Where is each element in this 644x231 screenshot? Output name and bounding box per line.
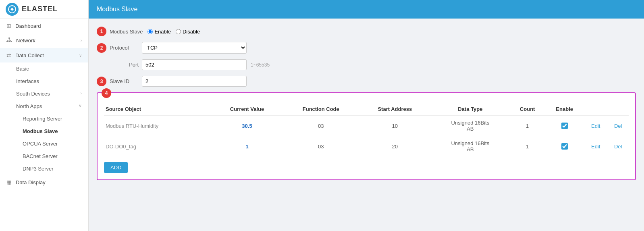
sidebar-label-dashboard: Dashboard <box>15 23 41 29</box>
enable-checkbox-2[interactable] <box>561 143 568 150</box>
sidebar-subitem-dnp3-server[interactable]: DNP3 Server <box>0 162 88 175</box>
sidebar-subitem-south-devices[interactable]: South Devices › <box>0 87 88 100</box>
count-2: 1 <box>510 136 545 157</box>
count-1: 1 <box>510 116 545 136</box>
col-data-type: Data Type <box>431 103 510 116</box>
function-code-2: 03 <box>283 136 359 157</box>
current-value-1[interactable]: 30.5 <box>211 116 283 136</box>
sidebar-label-network: Network <box>16 37 35 44</box>
table-section: 4 Source Object Current Value Function C… <box>97 92 636 180</box>
slave-id-label: Slave ID <box>110 78 142 84</box>
data-display-icon: ▦ <box>6 179 12 185</box>
col-count: Count <box>510 103 545 116</box>
protocol-label: Protocol <box>110 45 142 51</box>
enable-label: Enable <box>154 29 170 35</box>
page-title: Modbus Slave <box>97 6 137 13</box>
col-actions-1 <box>584 103 607 116</box>
source-object-2: DO-DO0_tag <box>104 136 211 157</box>
slave-id-input[interactable] <box>142 76 247 87</box>
start-address-1: 10 <box>359 116 431 136</box>
sidebar-subitem-reporting-server[interactable]: Reporting Server <box>0 112 88 125</box>
slave-id-row: 3 Slave ID <box>97 76 636 87</box>
svg-rect-2 <box>6 41 8 42</box>
col-start-address: Start Address <box>359 103 431 116</box>
table-row: DO-DO0_tag 1 03 20 Unsigned 16Bits AB 1 … <box>104 136 629 157</box>
logo-text: ELASTEL <box>22 5 58 13</box>
del-btn-1[interactable]: Del <box>607 116 629 136</box>
disable-label: Disable <box>183 29 200 35</box>
protocol-row: 2 Protocol TCP RTU ASCII <box>97 42 636 54</box>
sidebar: ELASTEL ⊞ Dashboard Network › <box>0 0 89 231</box>
sidebar-subitem-bacnet-server[interactable]: BACnet Server <box>0 150 88 162</box>
svg-line-8 <box>9 40 11 41</box>
enable-1 <box>545 116 584 136</box>
col-actions-2 <box>607 103 629 116</box>
port-row: Port 1~65535 <box>97 59 636 70</box>
step1-badge: 1 <box>97 27 106 36</box>
north-apps-submenu: Reporting Server Modbus Slave OPCUA Serv… <box>0 112 88 175</box>
current-value-2[interactable]: 1 <box>211 136 283 157</box>
enable-radio[interactable] <box>147 29 153 34</box>
col-enable: Enable <box>545 103 584 116</box>
sidebar-subitem-basic[interactable]: Basic <box>0 62 88 75</box>
protocol-select[interactable]: TCP RTU ASCII <box>142 42 247 54</box>
step3-badge: 3 <box>97 77 106 86</box>
svg-rect-4 <box>10 41 12 42</box>
svg-rect-3 <box>8 41 10 42</box>
edit-btn-1[interactable]: Edit <box>584 116 607 136</box>
data-collect-icon: ⇄ <box>6 52 11 58</box>
col-function-code: Function Code <box>283 103 359 116</box>
col-source-object: Source Object <box>104 103 211 116</box>
logo-icon <box>6 3 19 16</box>
data-type-1: Unsigned 16Bits AB <box>431 116 510 136</box>
sidebar-item-network[interactable]: Network › <box>0 33 88 48</box>
data-collect-chevron: ∨ <box>79 53 82 58</box>
sidebar-label-data-collect: Data Collect <box>15 52 44 58</box>
enable-radio-label[interactable]: Enable <box>147 29 170 35</box>
dashboard-icon: ⊞ <box>6 23 11 29</box>
port-input[interactable] <box>142 59 247 70</box>
disable-radio-label[interactable]: Disable <box>176 29 200 35</box>
sidebar-subitem-modbus-slave[interactable]: Modbus Slave <box>0 125 88 137</box>
sidebar-item-dashboard[interactable]: ⊞ Dashboard <box>0 19 88 33</box>
svg-rect-1 <box>8 37 10 39</box>
sidebar-subitem-interfaces[interactable]: Interfaces <box>0 75 88 87</box>
port-hint: 1~65535 <box>251 62 270 68</box>
port-label: Port <box>110 62 142 68</box>
step2-badge: 2 <box>97 43 106 53</box>
sidebar-item-data-display[interactable]: ▦ Data Display <box>0 175 88 189</box>
col-current-value: Current Value <box>211 103 283 116</box>
edit-btn-2[interactable]: Edit <box>584 136 607 157</box>
svg-line-6 <box>7 40 9 41</box>
page-header: Modbus Slave <box>89 0 644 19</box>
add-button[interactable]: ADD <box>104 162 128 173</box>
modbus-slave-row: 1 Modbus Slave Enable Disable <box>97 27 636 36</box>
data-table: Source Object Current Value Function Cod… <box>104 103 629 156</box>
sidebar-subitem-opcua-server[interactable]: OPCUA Server <box>0 137 88 150</box>
enable-2 <box>545 136 584 157</box>
network-icon <box>6 37 12 44</box>
sidebar-subitem-north-apps[interactable]: North Apps ∨ <box>0 100 88 112</box>
table-row: Modbus RTU-Humidity 30.5 03 10 Unsigned … <box>104 116 629 136</box>
start-address-2: 20 <box>359 136 431 157</box>
data-collect-submenu: Basic Interfaces South Devices › North A… <box>0 62 88 175</box>
sidebar-item-data-collect[interactable]: ⇄ Data Collect ∨ <box>0 48 88 62</box>
data-type-2: Unsigned 16Bits AB <box>431 136 510 157</box>
function-code-1: 03 <box>283 116 359 136</box>
step4-badge: 4 <box>102 88 111 98</box>
enable-checkbox-1[interactable] <box>561 123 568 129</box>
enable-disable-group: Enable Disable <box>147 29 200 35</box>
disable-radio[interactable] <box>176 29 181 34</box>
source-object-1: Modbus RTU-Humidity <box>104 116 211 136</box>
del-btn-2[interactable]: Del <box>607 136 629 157</box>
main-content: 1 Modbus Slave Enable Disable <box>89 19 644 231</box>
modbus-slave-label: Modbus Slave <box>110 29 143 35</box>
logo: ELASTEL <box>0 0 88 19</box>
sidebar-label-data-display: Data Display <box>16 179 46 185</box>
network-chevron: › <box>81 38 82 43</box>
